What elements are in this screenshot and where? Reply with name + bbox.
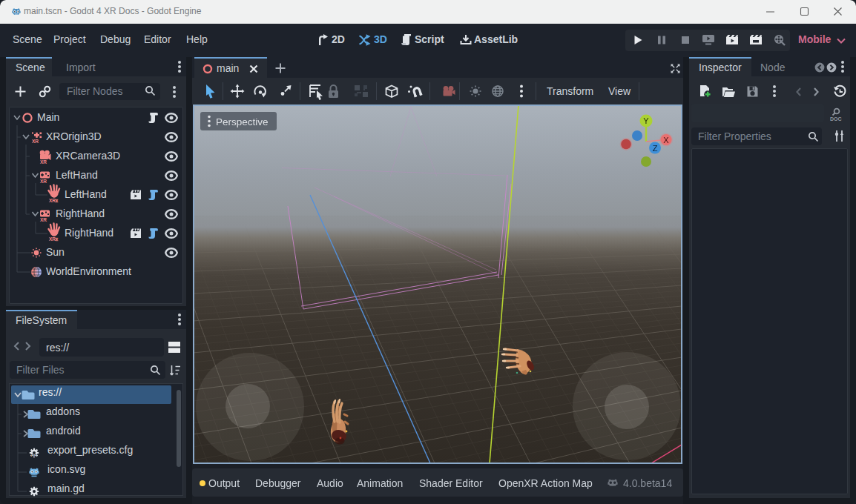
svg-text:XR𝈙: XR𝈙 — [49, 198, 58, 203]
svg-text:XR: XR — [40, 217, 47, 222]
svg-text:XR: XR — [32, 139, 39, 144]
svg-text:XR𝈙: XR𝈙 — [49, 236, 58, 242]
svg-text:DOC: DOC — [830, 116, 842, 122]
svg-text:XR: XR — [40, 159, 47, 165]
svg-text:Z: Z — [653, 144, 658, 153]
svg-text:XR: XR — [40, 179, 47, 184]
svg-text:TAT: TAT — [31, 454, 37, 458]
svg-text:Y: Y — [643, 116, 649, 125]
svg-text:Perspective: Perspective — [216, 116, 269, 127]
svg-text:X: X — [663, 136, 669, 145]
